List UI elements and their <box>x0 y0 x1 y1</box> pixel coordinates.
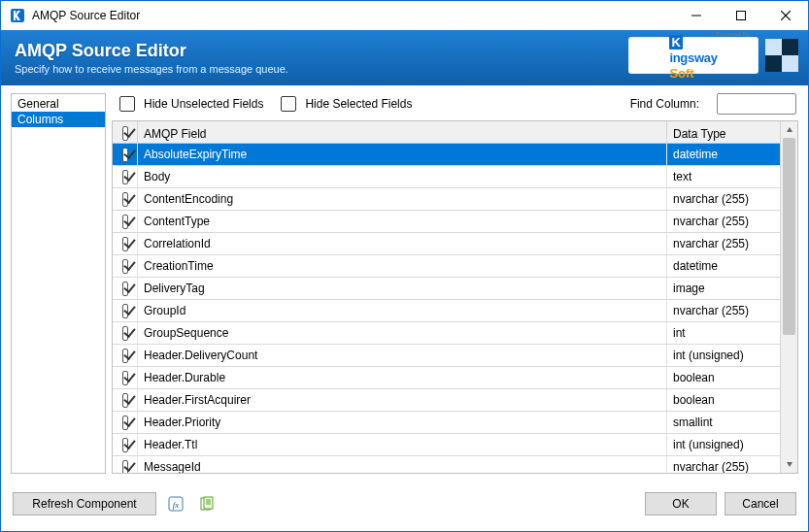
grid-header-row: AMQP Field Data Type <box>113 121 780 144</box>
table-row[interactable]: GroupSequenceint <box>113 322 780 345</box>
row-checkbox[interactable] <box>122 192 128 207</box>
row-checkbox[interactable] <box>122 393 128 408</box>
cell-data-type: int (unsigned) <box>667 434 780 455</box>
hide-selected-input[interactable] <box>281 96 296 112</box>
svg-text:fx: fx <box>173 500 180 510</box>
cell-data-type: datetime <box>667 144 780 165</box>
row-checkbox[interactable] <box>122 148 128 162</box>
cell-field: Header.Ttl <box>138 434 667 455</box>
row-checkbox[interactable] <box>122 215 128 229</box>
main-panel: Hide Unselected Fields Hide Selected Fie… <box>112 93 798 474</box>
scroll-down-icon[interactable] <box>781 456 797 473</box>
cell-field: Body <box>138 166 667 187</box>
find-column-label: Find Column: <box>630 97 699 111</box>
cell-field: Header.Durable <box>138 367 667 388</box>
svg-rect-2 <box>737 12 746 20</box>
nav-item-columns[interactable]: Columns <box>12 112 105 127</box>
cell-data-type: boolean <box>667 389 780 411</box>
table-row[interactable]: AbsoluteExpiryTimedatetime <box>113 144 780 166</box>
cell-data-type: int <box>667 322 780 344</box>
table-row[interactable]: GroupIdnvarchar (255) <box>113 300 780 322</box>
cell-field: AbsoluteExpiryTime <box>138 144 667 165</box>
table-row[interactable]: ContentTypenvarchar (255) <box>113 211 780 233</box>
scroll-up-icon[interactable] <box>781 121 797 138</box>
minimize-button[interactable] <box>674 1 719 30</box>
footer: Refresh Component fx OK Cancel <box>1 478 808 531</box>
cell-field: GroupSequence <box>138 322 667 344</box>
table-row[interactable]: Header.FirstAcquirerboolean <box>113 389 780 412</box>
header-field[interactable]: AMQP Field <box>138 121 667 146</box>
cancel-button[interactable]: Cancel <box>725 492 796 515</box>
cell-data-type: image <box>667 278 780 299</box>
close-button[interactable] <box>763 1 808 30</box>
cell-data-type: smallint <box>667 412 780 433</box>
fx-expression-icon[interactable]: fx <box>164 492 187 515</box>
app-icon <box>9 7 26 24</box>
kingswaysoft-logo: Powered By K ingsway Soft <box>629 38 758 73</box>
cell-data-type: text <box>667 166 780 187</box>
row-checkbox[interactable] <box>122 170 128 184</box>
row-checkbox[interactable] <box>122 282 128 296</box>
cell-field: DeliveryTag <box>138 278 667 299</box>
table-row[interactable]: Header.Durableboolean <box>113 367 780 389</box>
row-checkbox[interactable] <box>122 416 128 430</box>
table-row[interactable]: MessageIdnvarchar (255) <box>113 456 780 473</box>
row-checkbox[interactable] <box>122 304 128 318</box>
row-checkbox[interactable] <box>122 460 128 473</box>
body: GeneralColumns Hide Unselected Fields Hi… <box>1 85 808 478</box>
hide-unselected-label: Hide Unselected Fields <box>144 97 263 111</box>
toolbar: Hide Unselected Fields Hide Selected Fie… <box>112 93 798 120</box>
maximize-button[interactable] <box>719 1 763 30</box>
hide-selected-label: Hide Selected Fields <box>305 97 412 111</box>
table-row[interactable]: CreationTimedatetime <box>113 255 780 278</box>
cell-field: ContentType <box>138 211 667 232</box>
svg-marker-5 <box>787 127 792 132</box>
cell-field: ContentEncoding <box>138 188 667 210</box>
hide-selected-checkbox[interactable]: Hide Selected Fields <box>277 93 412 115</box>
cell-data-type: nvarchar (255) <box>667 300 780 321</box>
grid-scrollbar[interactable] <box>780 121 797 473</box>
table-row[interactable]: Bodytext <box>113 166 780 188</box>
cell-field: CreationTime <box>138 255 667 277</box>
nav-item-general[interactable]: General <box>12 96 105 112</box>
table-row[interactable]: DeliveryTagimage <box>113 278 780 300</box>
cell-data-type: nvarchar (255) <box>667 456 780 473</box>
hide-unselected-checkbox[interactable]: Hide Unselected Fields <box>116 93 263 115</box>
row-checkbox[interactable] <box>122 237 128 251</box>
row-checkbox[interactable] <box>122 349 128 363</box>
scroll-thumb[interactable] <box>783 138 795 335</box>
scroll-track[interactable] <box>781 138 797 456</box>
hide-unselected-input[interactable] <box>119 96 135 112</box>
cell-data-type: nvarchar (255) <box>667 188 780 210</box>
table-row[interactable]: Header.Ttlint (unsigned) <box>113 434 780 456</box>
side-nav: GeneralColumns <box>11 93 106 474</box>
window-title: AMQP Source Editor <box>32 9 140 22</box>
cell-field: CorrelationId <box>138 233 667 254</box>
page-title: AMQP Source Editor <box>15 41 288 61</box>
table-row[interactable]: Header.Prioritysmallint <box>113 412 780 434</box>
cell-field: GroupId <box>138 300 667 321</box>
cell-data-type: nvarchar (255) <box>667 233 780 254</box>
row-checkbox[interactable] <box>122 371 128 385</box>
table-row[interactable]: CorrelationIdnvarchar (255) <box>113 233 780 255</box>
documentation-icon[interactable] <box>195 492 219 515</box>
fields-grid: AMQP Field Data Type AbsoluteExpiryTimed… <box>112 120 798 474</box>
page-subtitle: Specify how to receive messages from a m… <box>15 63 288 75</box>
cell-data-type: int (unsigned) <box>667 345 780 366</box>
row-checkbox[interactable] <box>122 259 128 274</box>
header-data-type[interactable]: Data Type <box>667 121 780 146</box>
row-checkbox[interactable] <box>122 438 128 452</box>
cell-data-type: datetime <box>667 255 780 277</box>
select-all-checkbox[interactable] <box>122 126 128 141</box>
find-column-input[interactable] <box>717 93 796 115</box>
cell-field: MessageId <box>138 456 667 473</box>
cell-field: Header.Priority <box>138 412 667 433</box>
table-row[interactable]: ContentEncodingnvarchar (255) <box>113 188 780 211</box>
row-checkbox[interactable] <box>122 326 128 341</box>
svg-marker-6 <box>787 462 792 467</box>
ok-button[interactable]: OK <box>645 492 717 515</box>
table-row[interactable]: Header.DeliveryCountint (unsigned) <box>113 345 780 367</box>
secondary-logo <box>765 39 798 72</box>
refresh-component-button[interactable]: Refresh Component <box>13 492 156 515</box>
cell-data-type: nvarchar (255) <box>667 211 780 232</box>
